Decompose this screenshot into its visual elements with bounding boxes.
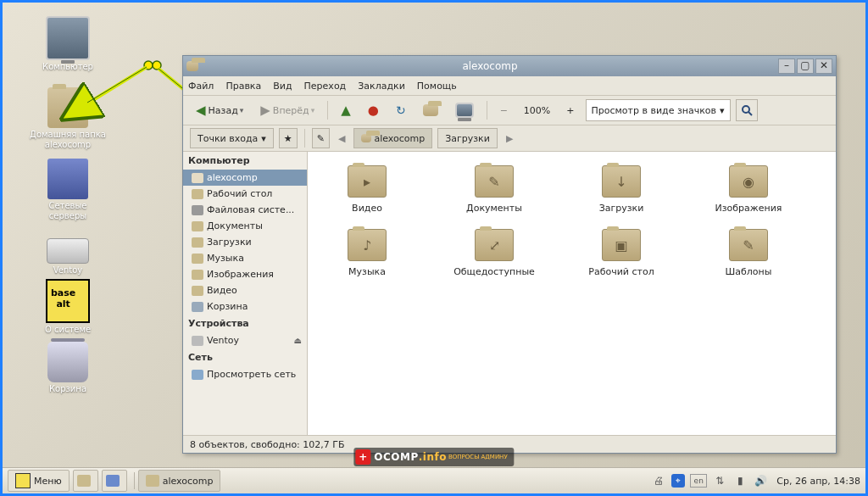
- sidebar: Компьютер alexocomp Рабочий стол Файлова…: [183, 152, 308, 435]
- sidebar-item-desktop[interactable]: Рабочий стол: [183, 186, 307, 202]
- breadcrumb-next[interactable]: ▶: [503, 133, 516, 144]
- folder-item[interactable]: ◉Изображения: [706, 165, 791, 214]
- sidebar-item-home[interactable]: alexocomp: [183, 170, 307, 186]
- breadcrumb-downloads[interactable]: Загрузки: [437, 128, 498, 148]
- svg-point-0: [144, 61, 153, 70]
- toolbar: ◀Назад▾ ▶Вперёд▾ ▲ ● ↻ − 100% + Просмотр…: [183, 96, 836, 125]
- menu-go[interactable]: Переход: [304, 81, 347, 92]
- trash-icon: [47, 342, 88, 382]
- back-button[interactable]: ◀Назад▾: [190, 98, 249, 122]
- plus-icon: +: [355, 449, 370, 465]
- minimize-button[interactable]: –: [778, 59, 795, 74]
- folder-item[interactable]: ↓Загрузки: [579, 165, 664, 214]
- icon-label: Сетевые серверы: [30, 201, 106, 221]
- menu-view[interactable]: Вид: [273, 81, 292, 92]
- watermark: + OCOMP.info ВОПРОСЫ АДМИНУ: [353, 448, 514, 466]
- menu-bookmarks[interactable]: Закладки: [358, 81, 405, 92]
- maximize-button[interactable]: ▢: [797, 59, 814, 74]
- titlebar[interactable]: alexocomp – ▢ ✕: [183, 56, 836, 76]
- network-tray-icon[interactable]: ⇅: [712, 473, 727, 488]
- basealt-icon: basealt: [46, 279, 90, 323]
- bluetooth-tray-icon[interactable]: ⌖: [671, 474, 685, 488]
- zoom-in-button[interactable]: +: [560, 98, 580, 122]
- svg-point-1: [153, 61, 161, 70]
- menu-file[interactable]: Файл: [188, 81, 214, 92]
- sidebar-item-filesystem[interactable]: Файловая систе...: [183, 202, 307, 218]
- folder-label: Документы: [452, 203, 537, 214]
- folder-label: Общедоступные: [452, 266, 537, 277]
- folder-item[interactable]: ▸Видео: [325, 165, 409, 214]
- desktop-icon-trash[interactable]: Корзина: [30, 342, 106, 394]
- sidebar-item-browse-network[interactable]: Просмотреть сеть: [183, 366, 307, 382]
- sidebar-item-pictures[interactable]: Изображения: [183, 266, 307, 282]
- show-desktop-button[interactable]: [73, 470, 98, 492]
- sidebar-item-music[interactable]: Музыка: [183, 250, 307, 266]
- clock[interactable]: Ср, 26 апр, 14:38: [776, 476, 860, 487]
- breadcrumb-home[interactable]: alexocomp: [353, 128, 432, 148]
- menubar: Файл Правка Вид Переход Закладки Помощь: [183, 76, 836, 96]
- folder-label: Изображения: [706, 203, 791, 214]
- volume-tray-icon[interactable]: 🔊: [753, 473, 768, 488]
- menu-help[interactable]: Помощь: [417, 81, 457, 92]
- folder-label: Шаблоны: [706, 266, 791, 277]
- icon-label: Корзина: [30, 384, 106, 394]
- taskbar-item-filemanager[interactable]: alexocomp: [138, 470, 221, 492]
- bookmark-button[interactable]: ★: [279, 128, 298, 148]
- desktop-icon-ventoy[interactable]: Ventoy: [30, 221, 106, 276]
- folder-icon: ▣: [602, 229, 641, 261]
- folder-label: Рабочий стол: [579, 266, 664, 277]
- network-icon: [47, 159, 88, 199]
- zoom-level: 100%: [519, 105, 555, 116]
- zoom-out-button[interactable]: −: [494, 98, 514, 122]
- folder-item[interactable]: ⤢Общедоступные: [452, 229, 537, 277]
- stop-button[interactable]: ●: [362, 98, 385, 122]
- folder-icon: ↓: [602, 165, 641, 198]
- reload-button[interactable]: ↻: [390, 98, 412, 122]
- view-mode-selector[interactable]: Просмотр в виде значков▾: [586, 99, 731, 121]
- home-button[interactable]: [417, 98, 444, 122]
- eject-icon[interactable]: ⏏: [294, 336, 302, 345]
- up-button[interactable]: ▲: [335, 98, 357, 122]
- sidebar-item-video[interactable]: Видео: [183, 282, 307, 298]
- folder-item[interactable]: ✎Документы: [452, 165, 537, 214]
- file-manager-launcher[interactable]: [102, 470, 127, 492]
- forward-button[interactable]: ▶Вперёд▾: [254, 98, 320, 122]
- svg-point-6: [743, 106, 749, 113]
- close-button[interactable]: ✕: [815, 59, 832, 74]
- desktop-icon-about[interactable]: basealt О системе: [30, 279, 106, 335]
- printer-tray-icon[interactable]: 🖨: [651, 473, 666, 488]
- sidebar-group-computer: Компьютер: [183, 152, 307, 170]
- icon-label: Ventoy: [30, 265, 106, 276]
- entry-points-button[interactable]: Точки входа▾: [190, 128, 274, 148]
- desktop: Компьютер Домашняя папка alexocomp Сетев…: [3, 3, 865, 468]
- folder-icon: ⤢: [475, 229, 514, 261]
- folder-icon: ◉: [729, 165, 768, 198]
- folder-icon: ▸: [348, 165, 387, 198]
- desktop-icon-home[interactable]: Домашняя папка alexocomp: [30, 87, 106, 150]
- location-bar: Точки входа▾ ★ ✎ ◀ alexocomp Загрузки ▶: [183, 125, 836, 152]
- sidebar-item-ventoy[interactable]: Ventoy⏏: [183, 332, 307, 348]
- panel: Меню alexocomp 🖨 ⌖ en ⇅ ▮ 🔊 Ср, 26 апр, …: [3, 467, 865, 493]
- folder-item[interactable]: ♪Музыка: [325, 229, 409, 277]
- breadcrumb-prev[interactable]: ◀: [335, 133, 348, 144]
- sidebar-item-trash[interactable]: Корзина: [183, 298, 307, 315]
- computer-button[interactable]: [449, 98, 480, 122]
- home-folder-icon: [47, 87, 88, 128]
- desktop-icon-computer[interactable]: Компьютер: [30, 16, 106, 72]
- battery-tray-icon[interactable]: ▮: [732, 473, 748, 488]
- menu-button[interactable]: Меню: [8, 470, 70, 492]
- sidebar-item-documents[interactable]: Документы: [183, 218, 307, 234]
- edit-path-button[interactable]: ✎: [312, 128, 330, 148]
- computer-icon: [46, 16, 90, 60]
- desktop-icon-network[interactable]: Сетевые серверы: [30, 159, 106, 221]
- search-button[interactable]: [736, 99, 758, 121]
- window-icon: [186, 61, 198, 71]
- menu-edit[interactable]: Правка: [225, 81, 261, 92]
- folder-item[interactable]: ▣Рабочий стол: [579, 229, 664, 277]
- folder-item[interactable]: ✎Шаблоны: [706, 229, 791, 277]
- drive-icon: [47, 238, 89, 264]
- keyboard-layout-indicator[interactable]: en: [690, 474, 707, 488]
- folder-content[interactable]: ▸Видео✎Документы↓Загрузки◉Изображения♪Му…: [308, 152, 836, 435]
- folder-icon: ♪: [348, 229, 387, 261]
- sidebar-item-downloads[interactable]: Загрузки: [183, 234, 307, 250]
